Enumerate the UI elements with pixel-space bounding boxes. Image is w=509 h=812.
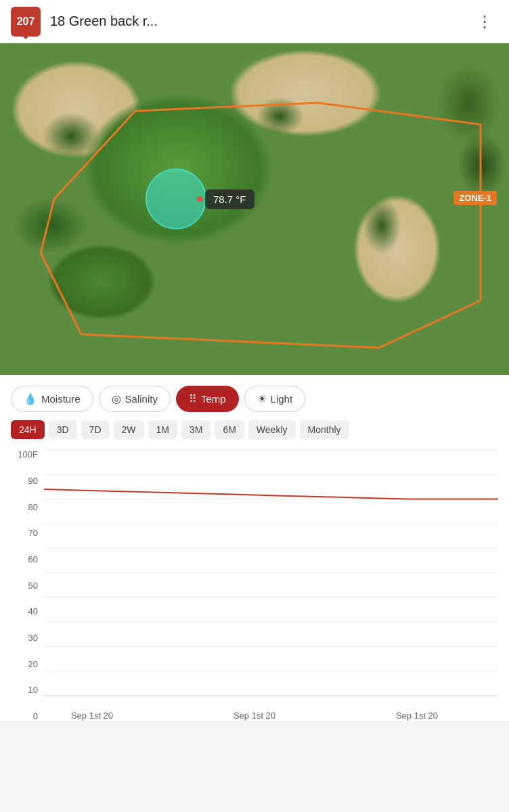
temperature-value: 78.7 °F — [205, 189, 255, 209]
light-icon: ☀ — [257, 392, 267, 405]
time-tab-1m[interactable]: 1M — [148, 420, 177, 439]
sensor-circle — [146, 168, 206, 229]
x-axis-label: Sep 1st 20 — [336, 710, 498, 721]
badge: 207 — [11, 7, 41, 37]
sensor-tab-temp[interactable]: ⠿Temp — [176, 386, 239, 412]
y-axis: 0102030405060708090100F — [11, 450, 38, 721]
sensor-tab-moisture[interactable]: 💧Moisture — [11, 386, 93, 412]
x-axis: Sep 1st 20Sep 1st 20Sep 1st 20 — [11, 708, 498, 721]
y-axis-label: 40 — [11, 607, 38, 616]
moisture-label: Moisture — [41, 393, 81, 405]
map-view[interactable]: ZONE-1 78.7 °F — [0, 43, 509, 375]
page-title: 18 Green back r... — [50, 14, 471, 29]
y-axis-label: 10 — [11, 685, 38, 694]
y-axis-label: 70 — [11, 528, 38, 537]
temperature-tooltip: 78.7 °F — [146, 168, 255, 229]
y-axis-label: 60 — [11, 555, 38, 564]
chart-area — [43, 450, 498, 696]
x-axis-label: Sep 1st 20 — [173, 710, 336, 721]
sensor-tab-salinity[interactable]: ◎Salinity — [99, 386, 171, 412]
time-tab-monthly[interactable]: Monthly — [300, 420, 349, 439]
sensor-tab-light[interactable]: ☀Light — [244, 386, 306, 412]
time-tab-weekly[interactable]: Weekly — [248, 420, 296, 439]
salinity-label: Salinity — [125, 393, 158, 405]
time-tab-bar: 24H3D7D2W1M3M6MWeeklyMonthly — [11, 420, 498, 439]
light-label: Light — [271, 393, 293, 405]
time-tab-7d[interactable]: 7D — [81, 420, 110, 439]
time-tab-3m[interactable]: 3M — [181, 420, 211, 439]
zone-label: ZONE-1 — [453, 191, 497, 205]
time-tab-3d[interactable]: 3D — [49, 420, 77, 439]
y-axis-label: 20 — [11, 660, 38, 669]
temp-label: Temp — [201, 393, 226, 405]
app-header: 207 18 Green back r... ⋮ — [0, 0, 509, 43]
x-axis-label: Sep 1st 20 — [11, 710, 173, 721]
temperature-line — [44, 489, 498, 499]
chart-svg — [44, 450, 498, 696]
time-tab-24h[interactable]: 24H — [11, 420, 45, 439]
moisture-icon: 💧 — [24, 392, 37, 405]
y-axis-label: 100F — [11, 450, 38, 459]
y-axis-label: 50 — [11, 581, 38, 590]
data-panel: 💧Moisture◎Salinity⠿Temp☀Light 24H3D7D2W1… — [0, 375, 509, 721]
time-tab-6m[interactable]: 6M — [215, 420, 244, 439]
aerial-image — [0, 43, 509, 375]
more-menu-icon[interactable]: ⋮ — [471, 9, 498, 34]
temp-icon: ⠿ — [189, 392, 197, 405]
badge-text: 207 — [17, 16, 35, 28]
sensor-dot — [197, 196, 202, 202]
y-axis-label: 80 — [11, 503, 38, 512]
salinity-icon: ◎ — [112, 392, 121, 405]
y-axis-label: 30 — [11, 633, 38, 642]
sensor-tab-bar: 💧Moisture◎Salinity⠿Temp☀Light — [11, 386, 498, 412]
y-axis-label: 90 — [11, 476, 38, 485]
chart-container: 0102030405060708090100F Sep 1st 20Sep 1s… — [11, 450, 498, 721]
time-tab-2w[interactable]: 2W — [114, 420, 144, 439]
